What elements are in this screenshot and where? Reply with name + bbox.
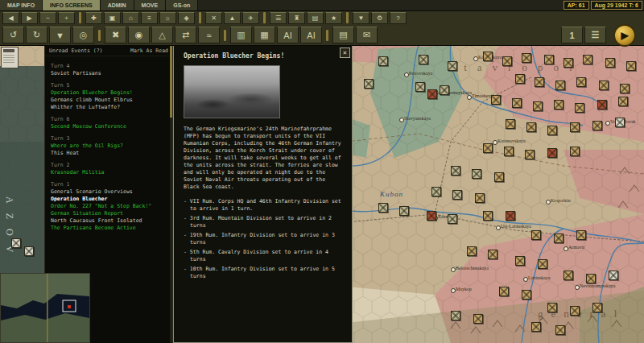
turn-summary-icon[interactable]: ▤ [332, 27, 354, 43]
unit-counter[interactable] [483, 52, 493, 61]
event-item-north-caucasus-front-isolated[interactable]: North Caucasus Front Isolated [51, 217, 169, 225]
zoom-out-icon[interactable]: − [39, 12, 56, 24]
unit-counter[interactable] [605, 58, 615, 68]
interdiction-icon[interactable]: △ [151, 27, 173, 43]
unit-counter[interactable] [583, 55, 592, 64]
menu-tab-move[interactable]: MOVE [134, 0, 167, 10]
event-item-krasnodar-militia[interactable]: Krasnodar Militia [51, 169, 169, 176]
unit-counter[interactable] [24, 246, 34, 256]
unit-counter[interactable] [575, 103, 584, 113]
save-game-icon[interactable]: ▼ [353, 12, 369, 24]
unit-counter[interactable] [538, 259, 547, 269]
overlay-mode-toggle[interactable]: ☰ [584, 27, 606, 43]
unit-counter[interactable] [592, 121, 602, 130]
scroll-right-icon[interactable]: ▶ [21, 12, 38, 24]
unit-counter[interactable] [499, 287, 509, 296]
unit-counter[interactable] [570, 122, 580, 132]
unit-counter[interactable] [525, 150, 535, 159]
industry-icon[interactable]: ▦ [254, 27, 275, 43]
unit-counter[interactable] [555, 81, 565, 90]
unit-counter[interactable] [483, 211, 493, 221]
unit-counter[interactable] [472, 169, 481, 179]
unit-counter[interactable] [515, 74, 525, 84]
unit-counter[interactable] [512, 98, 522, 108]
unit-counter[interactable] [592, 303, 602, 312]
unit-counter[interactable] [626, 61, 636, 71]
event-item-operation-bluecher-begins[interactable]: Operation Bluecher Begins! [51, 89, 169, 97]
logistics-icon[interactable]: ▥ [230, 27, 252, 43]
unit-counter[interactable] [615, 118, 625, 127]
unit-counter[interactable] [547, 303, 557, 312]
ground-attack-icon[interactable]: ✖ [105, 27, 126, 43]
unit-counter[interactable] [427, 89, 437, 99]
unit-counter[interactable] [570, 306, 580, 316]
unit-counter[interactable] [419, 55, 428, 64]
unit-counter[interactable] [547, 148, 557, 158]
zoom-in-icon[interactable]: + [58, 12, 75, 24]
unit-counter[interactable] [515, 256, 525, 266]
transfer-icon[interactable]: ⇄ [175, 27, 196, 43]
event-item-german-situation-report[interactable]: German Situation Report [51, 210, 169, 217]
unit-counter[interactable] [576, 77, 586, 87]
unit-counter[interactable] [452, 190, 462, 200]
unit-counter[interactable] [451, 311, 460, 320]
unit-counter[interactable] [448, 214, 457, 224]
unit-counter[interactable] [526, 122, 536, 132]
center-unit-icon[interactable]: ◎ [72, 27, 94, 43]
production-icon[interactable]: ▤ [307, 12, 324, 24]
unit-counter[interactable] [544, 55, 554, 64]
scroll-left-icon[interactable]: ◀ [2, 12, 19, 24]
bombard-icon[interactable]: ◉ [128, 27, 150, 43]
show-supply-icon[interactable]: ◈ [178, 12, 195, 24]
event-item-germans-climb-mount-elbrus[interactable]: Germans climb Mount Elbrus [51, 97, 169, 104]
ai-plan-icon[interactable]: AI [300, 27, 322, 43]
unit-counter[interactable] [364, 79, 374, 89]
unit-counter[interactable] [564, 58, 573, 68]
menu-tab-admin[interactable]: ADMIN [101, 0, 134, 10]
unit-counter[interactable] [570, 147, 580, 156]
show-weather-icon[interactable]: ☼ [159, 12, 176, 24]
victory-icon[interactable]: ★ [325, 12, 342, 24]
event-item-order-no-227-not-a-step-back[interactable]: Order No. 227 "Not a Step Back!" [51, 203, 169, 210]
unit-counter[interactable] [415, 82, 425, 92]
unit-counter[interactable] [618, 97, 628, 106]
event-item-soviet-partisans[interactable]: Soviet Partisans [51, 70, 169, 77]
unit-counter[interactable] [533, 101, 543, 111]
show-units-icon[interactable]: ▣ [104, 12, 121, 24]
mark-as-read-button[interactable]: Mark As Read [130, 48, 168, 54]
event-item-general-scenario-overviews[interactable]: General Scenario Overviews [51, 188, 169, 196]
menu-tab-info-screens[interactable]: INFO SCREENS [43, 0, 101, 10]
unit-counter[interactable] [609, 271, 618, 280]
motorized-mode-icon[interactable]: ▲ [224, 12, 241, 24]
unit-counter[interactable] [488, 250, 497, 259]
unit-counter[interactable] [599, 81, 609, 90]
infantry-mode-icon[interactable]: ✕ [205, 12, 222, 24]
unit-counter[interactable] [431, 187, 441, 196]
unit-counter[interactable] [504, 147, 514, 156]
next-unit-icon[interactable]: ↻ [26, 27, 47, 43]
events-scrollbar[interactable] [170, 45, 172, 343]
unit-counter[interactable] [547, 126, 557, 135]
preferences-icon[interactable]: ⚙ [371, 12, 388, 24]
ai-move-icon[interactable]: AI [277, 27, 299, 43]
unit-counter[interactable] [483, 143, 493, 153]
unread-events-label[interactable]: Unread Events (?) [49, 48, 103, 54]
order-of-battle-icon[interactable]: ♜ [288, 12, 305, 24]
unit-counter[interactable] [448, 61, 457, 71]
air-mode-icon[interactable]: ✈ [242, 12, 259, 24]
unit-counter[interactable] [11, 238, 21, 248]
unit-counter[interactable] [378, 203, 388, 213]
unit-counter[interactable] [554, 100, 564, 110]
commanders-report-icon[interactable]: ☰ [270, 12, 287, 24]
show-forts-icon[interactable]: ⌂ [122, 12, 139, 24]
event-item-the-partisans-become-active[interactable]: The Partisans Become Active [51, 225, 169, 232]
unit-counter[interactable] [531, 230, 541, 240]
unit-counter[interactable] [531, 322, 541, 332]
menu-tab-map-info[interactable]: MAP INFO [0, 0, 43, 10]
prev-unit-icon[interactable]: ↺ [2, 27, 24, 43]
minimap[interactable] [0, 273, 90, 343]
unit-counter[interactable] [597, 100, 607, 110]
unit-counter[interactable] [554, 233, 564, 243]
unit-counter[interactable] [502, 56, 512, 66]
jump-stack-icon[interactable]: ▼ [49, 27, 71, 43]
